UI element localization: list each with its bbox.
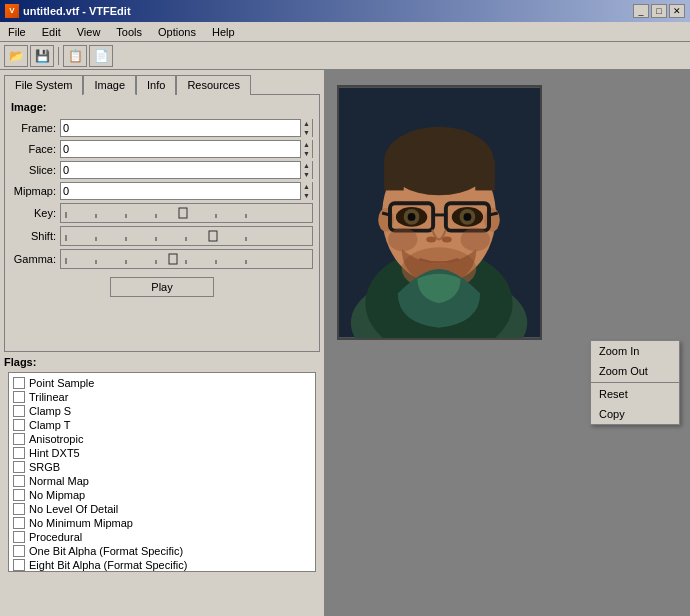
slice-row: Slice: ▲ ▼ [11, 161, 313, 179]
mipmap-spin-down[interactable]: ▼ [301, 191, 312, 200]
frame-spinbutton[interactable]: ▲ ▼ [300, 119, 312, 137]
flag-checkbox-no-lod[interactable] [13, 503, 25, 515]
flag-label-one-bit-alpha: One Bit Alpha (Format Specific) [29, 545, 183, 557]
slice-input-container: ▲ ▼ [60, 161, 313, 179]
toolbar-separator [58, 47, 59, 65]
main-content: File System Image Info Resources Image: … [0, 70, 690, 616]
gamma-row: Gamma: [11, 249, 313, 269]
context-copy[interactable]: Copy [591, 404, 679, 424]
flag-point-sample: Point Sample [13, 377, 311, 389]
flag-label-no-mipmap: No Mipmap [29, 489, 85, 501]
flag-checkbox-srgb[interactable] [13, 461, 25, 473]
flag-eight-bit-alpha: Eight Bit Alpha (Format Specific) [13, 559, 311, 571]
mipmap-input-container: ▲ ▼ [60, 182, 313, 200]
tab-info[interactable]: Info [136, 75, 176, 95]
flag-procedural: Procedural [13, 531, 311, 543]
tab-bar: File System Image Info Resources [0, 70, 324, 94]
flag-checkbox-procedural[interactable] [13, 531, 25, 543]
flag-normal-map: Normal Map [13, 475, 311, 487]
flag-label-eight-bit-alpha: Eight Bit Alpha (Format Specific) [29, 559, 187, 571]
flag-checkbox-one-bit-alpha[interactable] [13, 545, 25, 557]
svg-point-44 [464, 213, 472, 221]
flag-clamp-t: Clamp T [13, 419, 311, 431]
menu-view[interactable]: View [73, 25, 105, 39]
mipmap-spin-up[interactable]: ▲ [301, 182, 312, 191]
menu-edit[interactable]: Edit [38, 25, 65, 39]
context-zoom-out[interactable]: Zoom Out [591, 361, 679, 381]
face-row: Face: ▲ ▼ [11, 140, 313, 158]
title-bar: V untitled.vtf - VTFEdit _ □ ✕ [0, 0, 690, 22]
face-spin-up[interactable]: ▲ [301, 140, 312, 149]
flag-checkbox-trilinear[interactable] [13, 391, 25, 403]
window-title: untitled.vtf - VTFEdit [23, 5, 131, 17]
slice-spin-up[interactable]: ▲ [301, 161, 312, 170]
svg-point-46 [442, 237, 452, 243]
frame-input[interactable] [61, 120, 300, 136]
slice-spinbutton[interactable]: ▲ ▼ [300, 161, 312, 179]
face-spinbutton[interactable]: ▲ ▼ [300, 140, 312, 158]
window-controls[interactable]: _ □ ✕ [633, 4, 685, 18]
key-slider-track[interactable] [60, 203, 313, 223]
right-panel: Zoom In Zoom Out Reset Copy [325, 70, 690, 616]
mipmap-input[interactable] [61, 183, 300, 199]
shift-slider-track[interactable] [60, 226, 313, 246]
flag-checkbox-clamp-s[interactable] [13, 405, 25, 417]
svg-line-38 [489, 213, 498, 215]
context-menu: Zoom In Zoom Out Reset Copy [590, 340, 680, 425]
face-label: Face: [11, 143, 56, 155]
context-zoom-in[interactable]: Zoom In [591, 341, 679, 361]
face-input[interactable] [61, 141, 300, 157]
play-button[interactable]: Play [110, 277, 213, 297]
new-button[interactable]: 📄 [89, 45, 113, 67]
flags-label: Flags: [4, 356, 320, 368]
slice-label: Slice: [11, 164, 56, 176]
flag-checkbox-hint-dxt5[interactable] [13, 447, 25, 459]
flag-label-srgb: SRGB [29, 461, 60, 473]
flag-no-mipmap: No Mipmap [13, 489, 311, 501]
tab-filesystem[interactable]: File System [4, 75, 83, 95]
mipmap-spinbutton[interactable]: ▲ ▼ [300, 182, 312, 200]
flag-checkbox-no-min-mipmap[interactable] [13, 517, 25, 529]
slice-input[interactable] [61, 162, 300, 178]
flag-checkbox-eight-bit-alpha[interactable] [13, 559, 25, 571]
face-spin-down[interactable]: ▼ [301, 149, 312, 158]
face-input-container: ▲ ▼ [60, 140, 313, 158]
tab-image[interactable]: Image [83, 75, 136, 95]
menu-options[interactable]: Options [154, 25, 200, 39]
flag-checkbox-normal-map[interactable] [13, 475, 25, 487]
flag-label-no-min-mipmap: No Minimum Mipmap [29, 517, 133, 529]
copy-button[interactable]: 📋 [63, 45, 87, 67]
gamma-slider-ticks [61, 250, 312, 268]
menu-tools[interactable]: Tools [112, 25, 146, 39]
context-reset[interactable]: Reset [591, 384, 679, 404]
tab-resources[interactable]: Resources [176, 75, 251, 95]
flag-checkbox-anisotropic[interactable] [13, 433, 25, 445]
maximize-button[interactable]: □ [651, 4, 667, 18]
flag-trilinear: Trilinear [13, 391, 311, 403]
slice-spin-down[interactable]: ▼ [301, 170, 312, 179]
svg-point-48 [388, 228, 417, 252]
minimize-button[interactable]: _ [633, 4, 649, 18]
flags-list: Point Sample Trilinear Clamp S Clamp T A… [8, 372, 316, 572]
flag-label-trilinear: Trilinear [29, 391, 68, 403]
frame-spin-up[interactable]: ▲ [301, 119, 312, 128]
close-button[interactable]: ✕ [669, 4, 685, 18]
flag-checkbox-point-sample[interactable] [13, 377, 25, 389]
flag-anisotropic: Anisotropic [13, 433, 311, 445]
mipmap-row: Mipmap: ▲ ▼ [11, 182, 313, 200]
flag-checkbox-no-mipmap[interactable] [13, 489, 25, 501]
flag-label-procedural: Procedural [29, 531, 82, 543]
menu-help[interactable]: Help [208, 25, 239, 39]
save-button[interactable]: 💾 [30, 45, 54, 67]
frame-input-container: ▲ ▼ [60, 119, 313, 137]
gamma-slider-track[interactable] [60, 249, 313, 269]
open-button[interactable]: 📂 [4, 45, 28, 67]
frame-spin-down[interactable]: ▼ [301, 128, 312, 137]
menu-file[interactable]: File [4, 25, 30, 39]
flag-checkbox-clamp-t[interactable] [13, 419, 25, 431]
flag-no-lod: No Level Of Detail [13, 503, 311, 515]
key-label: Key: [11, 207, 56, 219]
flag-no-min-mipmap: No Minimum Mipmap [13, 517, 311, 529]
svg-rect-23 [169, 254, 177, 264]
svg-rect-7 [179, 208, 187, 218]
